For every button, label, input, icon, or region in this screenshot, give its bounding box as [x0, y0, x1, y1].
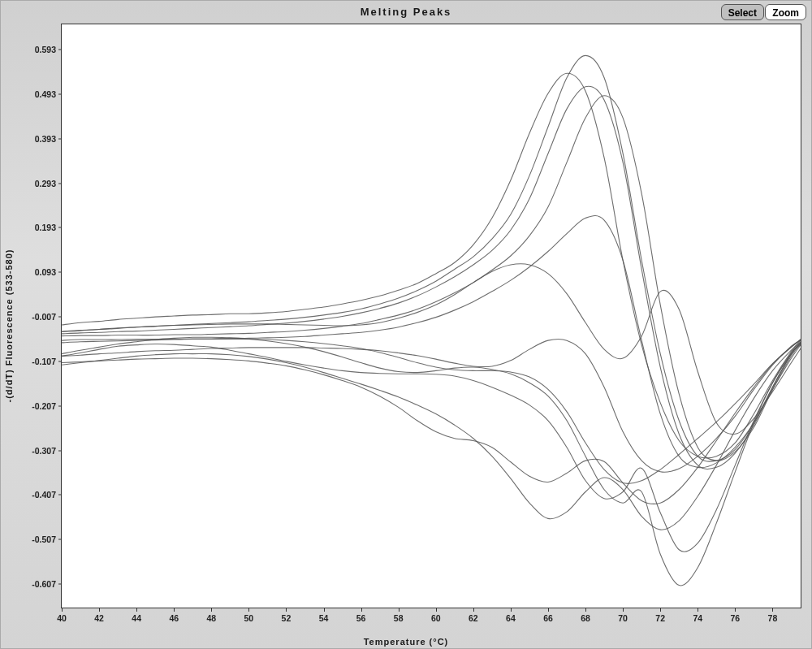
curve-10 [62, 340, 801, 504]
y-tick-label: 0.393 [35, 134, 56, 144]
y-tick-label: -0.607 [32, 579, 56, 589]
y-axis-ticks: -0.607-0.507-0.407-0.307-0.207-0.107-0.0… [15, 24, 59, 608]
y-axis-label: -(d/dT) Fluorescence (533-580) [2, 1, 15, 649]
select-button[interactable]: Select [721, 4, 764, 20]
y-tick-label: 0.493 [35, 89, 56, 99]
y-tick-label: -0.507 [32, 534, 56, 544]
x-tick-label: 52 [282, 613, 292, 623]
x-tick-label: 46 [169, 613, 179, 623]
x-tick-label: 50 [244, 613, 254, 623]
y-tick-label: -0.407 [32, 490, 56, 500]
x-tick-label: 48 [206, 613, 216, 623]
curve-2 [62, 55, 801, 461]
x-axis-ticks: 4042444648505254565860626466687072747678 [61, 608, 801, 633]
x-tick-label: 40 [57, 613, 67, 623]
x-tick-label: 72 [655, 613, 665, 623]
y-tick-label: 0.093 [35, 267, 56, 277]
y-tick-label: 0.193 [35, 223, 56, 232]
x-tick-label: 60 [431, 613, 441, 623]
curve-8 [62, 344, 801, 552]
chart-title: Melting Peaks [1, 6, 811, 18]
x-axis-label: Temperature (°C) [1, 637, 811, 647]
x-tick-label: 54 [319, 613, 329, 623]
curve-9 [62, 342, 801, 530]
x-tick-label: 58 [394, 613, 404, 623]
y-tick-label: -0.107 [32, 357, 56, 366]
y-tick-label: -0.207 [32, 401, 56, 411]
y-tick-label: -0.307 [32, 446, 56, 456]
x-tick-label: 74 [693, 613, 702, 623]
curves-svg [62, 24, 801, 608]
plot-area [61, 24, 801, 608]
x-tick-label: 66 [543, 613, 553, 623]
x-tick-label: 56 [356, 613, 366, 623]
x-tick-label: 68 [581, 613, 590, 623]
curve-4 [62, 96, 801, 461]
x-tick-label: 62 [469, 613, 478, 623]
x-tick-label: 44 [132, 613, 141, 623]
x-tick-label: 42 [94, 613, 104, 623]
y-tick-label: -0.007 [32, 312, 56, 322]
curve-1 [62, 73, 801, 458]
chart-frame: Melting Peaks Select Zoom -(d/dT) Fluore… [0, 0, 812, 649]
y-tick-label: 0.593 [35, 45, 56, 54]
zoom-button[interactable]: Zoom [765, 4, 806, 20]
x-tick-label: 76 [731, 613, 741, 623]
x-tick-label: 78 [768, 613, 778, 623]
x-tick-label: 70 [618, 613, 628, 623]
y-tick-label: 0.293 [35, 179, 56, 188]
x-tick-label: 64 [506, 613, 516, 623]
